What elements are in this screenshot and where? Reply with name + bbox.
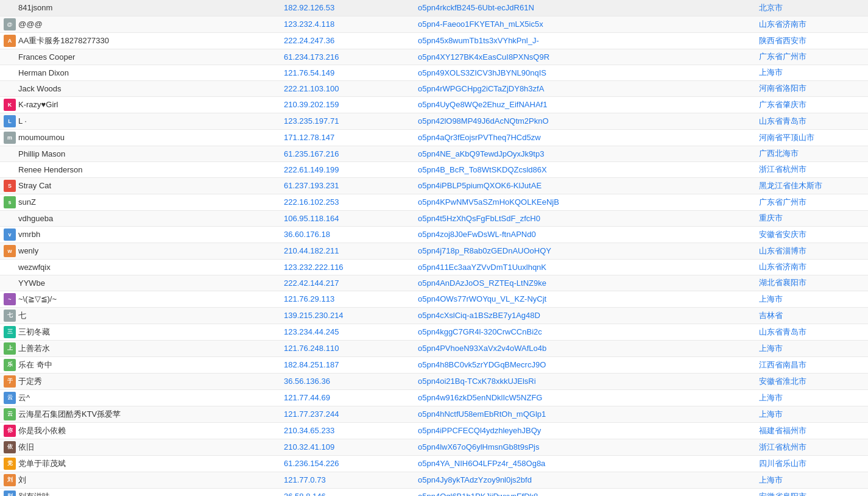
user-id[interactable]: o5pn4h8BC0vk5zrYDGqBMecrcJ9O [414, 356, 755, 373]
table-row[interactable]: vvmrbh36.60.176.18o5pn4zoj8J0eFwDsWL-ftn… [0, 226, 868, 243]
location[interactable]: 山东省青岛市 [755, 324, 868, 340]
username[interactable]: 乐在 奇中 [18, 360, 52, 370]
ip-address[interactable]: 210.32.41.109 [280, 439, 414, 455]
location[interactable]: 上海市 [755, 291, 868, 307]
username[interactable]: 七 [18, 310, 26, 321]
location[interactable]: 北京市 [755, 0, 868, 16]
table-row[interactable]: Renee Henderson222.61.149.199o5pn4B_BcR_… [0, 161, 868, 177]
location[interactable]: 安徽省阜阳市 [755, 488, 868, 496]
ip-address[interactable]: 222.42.144.217 [280, 275, 414, 291]
location[interactable]: 山东省济南市 [755, 16, 868, 32]
ip-address[interactable]: 121.76.54.149 [280, 65, 414, 80]
table-row[interactable]: 党党单于菲茂斌61.236.154.226o5pn4YA_NIH6O4LFPz4… [0, 455, 868, 472]
ip-address[interactable]: 222.24.247.36 [280, 32, 414, 49]
ip-address[interactable]: 121.77.0.73 [280, 472, 414, 488]
ip-address[interactable]: 210.39.202.159 [280, 96, 414, 113]
location[interactable]: 河南省洛阳市 [755, 80, 868, 96]
username[interactable]: 三初冬藏 [18, 327, 50, 338]
username[interactable]: 上善若水 [18, 343, 50, 354]
location[interactable]: 浙江省杭州市 [755, 439, 868, 455]
table-row[interactable]: 于于定秀36.56.136.36o5pn4oi21Bq-TCxK78xkkUJE… [0, 373, 868, 389]
username[interactable]: wezwfqix [18, 263, 51, 272]
ip-address[interactable]: 61.234.173.216 [280, 49, 414, 65]
table-row[interactable]: Jack Woods222.21.103.100o5pn4rWPGCHpg2iC… [0, 80, 868, 96]
table-row[interactable]: 云云^121.77.44.69o5pn4w916zkD5enNDklIcW5NZ… [0, 389, 868, 406]
table-row[interactable]: SStray Cat61.237.193.231o5pn4iPBLP5piumQ… [0, 177, 868, 194]
username[interactable]: Renee Henderson [18, 165, 83, 174]
location[interactable]: 广东省肇庆市 [755, 96, 868, 113]
location[interactable]: 广东省广州市 [755, 49, 868, 65]
table-row[interactable]: AAA重卡服务18278277330222.24.247.36o5pn45x8w… [0, 32, 868, 49]
username[interactable]: Herman Dixon [18, 68, 69, 77]
location[interactable]: 河南省平顶山市 [755, 129, 868, 146]
table-row[interactable]: 乐乐在 奇中182.84.251.187o5pn4h8BC0vk5zrYDGqB… [0, 356, 868, 373]
location[interactable]: 广东省广州市 [755, 194, 868, 210]
ip-address[interactable]: 36.60.176.18 [280, 226, 414, 243]
location[interactable]: 上海市 [755, 472, 868, 488]
user-id[interactable]: o5pn4PVhoeN93XaVx2v4oWAfLo4b [414, 340, 755, 356]
ip-address[interactable]: 121.76.248.110 [280, 340, 414, 356]
ip-address[interactable]: 123.235.197.71 [280, 113, 414, 129]
location[interactable]: 重庆市 [755, 210, 868, 226]
user-id[interactable]: o5pn4oi21Bq-TCxK78xkkUJElsRi [414, 373, 755, 389]
username[interactable]: K-razy♥Girl [18, 100, 58, 109]
user-id[interactable]: o5pn45x8wumTb1ts3xVYhkPnl_J- [414, 32, 755, 49]
user-id[interactable]: o5pn4OWs77rWOYqu_VL_KZ-NyCjt [414, 291, 755, 307]
location[interactable]: 陕西省西安市 [755, 32, 868, 49]
username[interactable]: 刘 [18, 475, 26, 486]
username[interactable]: Stray Cat [18, 181, 51, 190]
ip-address[interactable]: 36.56.136.36 [280, 373, 414, 389]
ip-address[interactable]: 61.235.167.216 [280, 146, 414, 161]
user-id[interactable]: o5pn4t5HzXhQsFgFbLtSdF_zfcH0 [414, 210, 755, 226]
location[interactable]: 四川省乐山市 [755, 455, 868, 472]
ip-address[interactable]: 106.95.118.164 [280, 210, 414, 226]
user-id[interactable]: o5pn4XY127BK4xEasCuI8PXNsQ9R [414, 49, 755, 65]
table-row[interactable]: mmoumoumou171.12.78.147o5pn4aQr3fEojsrPV… [0, 129, 868, 146]
ip-address[interactable]: 210.44.182.211 [280, 243, 414, 259]
table-row[interactable]: 别别有滋味36.58.8.146o5pn4Oql6B1b1PKJiiPwxypE… [0, 488, 868, 496]
username[interactable]: moumoumou [18, 133, 65, 142]
table-row[interactable]: 刘刘121.77.0.73o5pn4Jy8ykTAdzYzoy9nl0js2bf… [0, 472, 868, 488]
username[interactable]: YYWbe [18, 278, 45, 288]
user-id[interactable]: o5pn4Oql6B1b1PKJiiPwxypEfDk8 [414, 488, 755, 496]
user-id[interactable]: o5pn4NE_aKbQ9TewdJpOyxJk9tp3 [414, 146, 755, 161]
ip-address[interactable]: 121.77.237.244 [280, 406, 414, 422]
location[interactable]: 浙江省杭州市 [755, 161, 868, 177]
ip-address[interactable]: 182.84.251.187 [280, 356, 414, 373]
location[interactable]: 山东省青岛市 [755, 113, 868, 129]
location[interactable]: 黑龙江省佳木斯市 [755, 177, 868, 194]
location[interactable]: 安徽省安庆市 [755, 226, 868, 243]
table-row[interactable]: Herman Dixon121.76.54.149o5pn49XOLS3ZICV… [0, 65, 868, 80]
user-id[interactable]: o5pn4Jy8ykTAdzYzoy9nl0js2bfd [414, 472, 755, 488]
table-row[interactable]: LL ·123.235.197.71o5pn42lO98MP49J6dAcNQt… [0, 113, 868, 129]
table-row[interactable]: 你你是我小依赖210.34.65.233o5pn4iPPCFECQl4ydzhl… [0, 422, 868, 439]
username[interactable]: Jack Woods [18, 84, 62, 93]
username[interactable]: AA重卡服务18278277330 [18, 35, 109, 46]
location[interactable]: 上海市 [755, 65, 868, 80]
user-id[interactable]: o5pn4aQr3fEojsrPVTheq7HCd5zw [414, 129, 755, 146]
username[interactable]: 于定秀 [18, 376, 42, 387]
location[interactable]: 安徽省淮北市 [755, 373, 868, 389]
user-id[interactable]: o5pn4YA_NIH6O4LFPz4r_458Og8a [414, 455, 755, 472]
location[interactable]: 上海市 [755, 406, 868, 422]
username[interactable]: 云^ [18, 392, 30, 403]
ip-address[interactable]: 222.61.149.199 [280, 161, 414, 177]
table-row[interactable]: @@@@123.232.4.118o5pn4-Faeoo1FKYETAh_mLX… [0, 16, 868, 32]
user-id[interactable]: o5pn4w916zkD5enNDklIcW5NZFG [414, 389, 755, 406]
ip-address[interactable]: 121.76.29.113 [280, 291, 414, 307]
user-id[interactable]: o5pn4AnDAzJoOS_RZTEq-LtNZ9ke [414, 275, 755, 291]
user-id[interactable]: o5pn4cXslCiq-a1BSzBE7y1Ag48D [414, 307, 755, 324]
user-id[interactable]: o5pn4B_BcR_To8WtSKDQZcsld86X [414, 161, 755, 177]
table-row[interactable]: 三三初冬藏123.234.44.245o5pn4kggC7GR4l-320Crw… [0, 324, 868, 340]
username[interactable]: 别有滋味 [18, 491, 50, 497]
username[interactable]: sunZ [18, 197, 36, 207]
user-id[interactable]: o5pn4rkckfB245-6Ubt-ecJdR61N [414, 0, 755, 16]
username[interactable]: 云海星石集团酷秀KTV孫爱苹 [18, 409, 121, 420]
table-row[interactable]: ~~\(≧▽≦)/~121.76.29.113o5pn4OWs77rWOYqu_… [0, 291, 868, 307]
location[interactable]: 广西北海市 [755, 146, 868, 161]
username[interactable]: Phillip Mason [18, 149, 65, 158]
username[interactable]: Frances Cooper [18, 52, 75, 62]
ip-address[interactable]: 123.234.44.245 [280, 324, 414, 340]
table-row[interactable]: wezwfqix123.232.222.116o5pn411Ec3aaYZVvD… [0, 259, 868, 275]
ip-address[interactable]: 182.92.126.53 [280, 0, 414, 16]
